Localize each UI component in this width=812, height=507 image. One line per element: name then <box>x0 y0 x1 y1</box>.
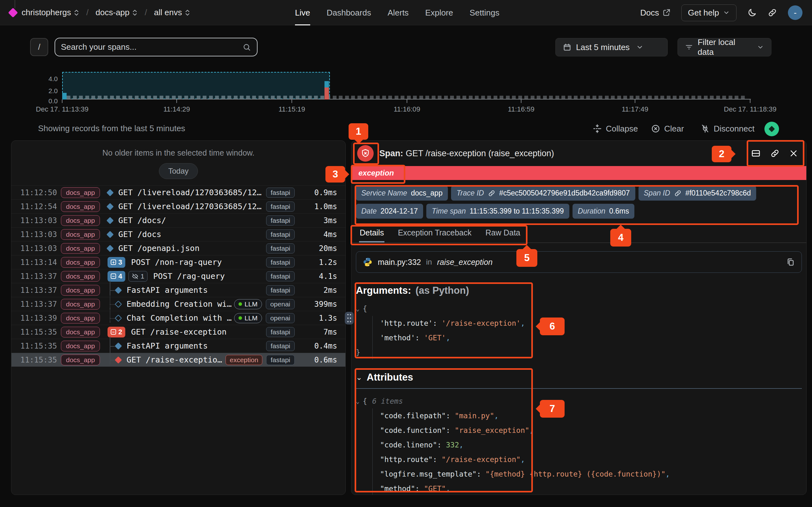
hidden-spans-badge[interactable]: 1 <box>129 271 148 282</box>
filter-icon <box>685 43 693 52</box>
span-name[interactable]: POST /rag-query <box>153 272 266 281</box>
copy-link-icon[interactable] <box>770 149 780 158</box>
span-row[interactable]: 11:13:37 docs_app −4 1 POST /rag-query f… <box>11 269 345 283</box>
span-row[interactable]: 11:13:37 docs_app Embedding Creation wit… <box>11 297 345 311</box>
docs-link[interactable]: Docs <box>640 8 670 18</box>
tab-explore[interactable]: Explore <box>425 0 453 25</box>
trace-id-chip[interactable]: Trace ID#c5ec5005042796e91d5db42ca9fd980… <box>451 186 635 201</box>
calendar-icon <box>563 43 571 52</box>
dock-panel-icon[interactable] <box>751 149 761 158</box>
span-name[interactable]: FastAPI arguments <box>126 341 266 350</box>
search-input[interactable] <box>61 42 242 52</box>
service-badge[interactable]: docs_app <box>61 354 100 365</box>
scope-badge: fastapi <box>266 187 295 198</box>
span-row[interactable]: 11:15:35 docs_app FastAPI arguments fast… <box>11 339 345 353</box>
code-key: "logfire.msg_template" <box>380 470 477 478</box>
live-indicator[interactable] <box>764 122 779 136</box>
time-selection-region[interactable] <box>62 72 330 99</box>
span-name[interactable]: Embedding Creation wit… <box>126 299 234 308</box>
get-help-button[interactable]: Get help <box>681 4 737 21</box>
collapse-button[interactable]: Collapse <box>593 122 638 135</box>
span-id-chip[interactable]: Span ID#f0110e542c798c6d <box>639 186 757 201</box>
span-row[interactable]: 11:13:37 docs_app FastAPI arguments fast… <box>11 283 345 297</box>
copy-icon[interactable] <box>786 257 795 267</box>
span-open-diamond-icon <box>115 314 122 322</box>
tab-settings[interactable]: Settings <box>470 0 500 25</box>
service-badge[interactable]: docs_app <box>61 341 100 351</box>
tab-raw-data[interactable]: Raw Data <box>485 225 521 242</box>
service-badge[interactable]: docs_app <box>61 243 100 254</box>
span-row[interactable]: 11:13:03 docs_app GET /docs/ fastapi 3ms <box>11 213 345 227</box>
service-badge[interactable]: docs_app <box>61 229 100 240</box>
span-name[interactable]: GET /livereload/1270363685/1270… <box>118 188 266 197</box>
dark-mode-icon[interactable] <box>747 8 757 17</box>
org-selector[interactable]: christophergs <box>21 8 79 17</box>
span-diamond-icon <box>107 231 114 238</box>
span-name[interactable]: GET /raise-exception <box>131 327 266 337</box>
service-badge[interactable]: docs_app <box>61 187 100 198</box>
service-badge[interactable]: docs_app <box>61 327 100 337</box>
service-badge[interactable]: docs_app <box>61 299 100 309</box>
detail-tabs: Details Exception Traceback Raw Data <box>351 222 806 243</box>
share-link-icon[interactable] <box>768 8 777 17</box>
service-badge[interactable]: docs_app <box>61 285 100 296</box>
span-row[interactable]: 11:13:14 docs_app +3 POST /non-rag-query… <box>11 255 345 269</box>
clear-button[interactable]: Clear <box>651 122 684 135</box>
chip-label: Time span <box>432 207 466 216</box>
span-name[interactable]: GET /openapi.json <box>118 244 266 253</box>
tab-dashboards[interactable]: Dashboards <box>327 0 371 25</box>
span-row[interactable]: 11:12:50 docs_app GET /livereload/127036… <box>11 185 345 199</box>
llm-dot-icon <box>239 316 242 320</box>
close-icon[interactable] <box>789 149 798 158</box>
search-shortcut-key: / <box>30 38 48 56</box>
span-row[interactable]: 11:13:39 docs_app Chat Completion with '… <box>11 311 345 325</box>
timeline-chart[interactable]: 4.0 2.0 0.0 Dec 17. 11:13:3911:14:2911:1… <box>0 70 812 120</box>
service-badge[interactable]: docs_app <box>61 215 100 226</box>
tab-live[interactable]: Live <box>295 0 310 25</box>
span-title-label: Span: <box>379 149 403 158</box>
span-name[interactable]: GET /docs <box>118 230 266 239</box>
project-selector[interactable]: docs-app <box>96 8 138 17</box>
span-row[interactable]: 11:12:54 docs_app GET /livereload/127036… <box>11 199 345 213</box>
expand-children-badge[interactable]: +3 <box>107 257 125 268</box>
avatar[interactable]: - <box>788 5 803 20</box>
tab-exception-traceback[interactable]: Exception Traceback <box>397 225 472 242</box>
collapse-chevron-icon[interactable]: ⌄ <box>356 305 359 312</box>
panel-resize-handle[interactable] <box>345 312 354 325</box>
disconnect-button[interactable]: Disconnect <box>700 122 755 135</box>
filter-local-data-button[interactable]: Filter local data <box>677 38 771 56</box>
collapse-chevron-icon[interactable]: ⌄ <box>356 398 359 405</box>
span-row[interactable]: 11:13:03 docs_app GET /docs fastapi 4ms <box>11 227 345 241</box>
attributes-section: ⌄ Attributes ⌄{6 items "code.filepath": … <box>356 372 802 495</box>
span-name[interactable]: Chat Completion with '… <box>126 314 234 323</box>
span-name[interactable]: FastAPI arguments <box>126 285 266 295</box>
tab-details[interactable]: Details <box>359 225 385 242</box>
span-name[interactable]: GET /livereload/1270363685/1270… <box>118 202 266 211</box>
span-row[interactable]: 11:15:35 docs_app −2 GET /raise-exceptio… <box>11 325 345 339</box>
span-name[interactable]: GET /docs/ <box>118 216 266 225</box>
tab-alerts[interactable]: Alerts <box>388 0 409 25</box>
today-button[interactable]: Today <box>159 163 198 179</box>
llm-label: LLM <box>245 300 258 308</box>
span-detail-header: Span:GET /raise-exception (raise_excepti… <box>351 141 806 166</box>
section-chevron-icon[interactable]: ⌄ <box>356 373 362 382</box>
logfire-logo-icon[interactable] <box>8 8 18 17</box>
service-badge[interactable]: docs_app <box>61 201 100 212</box>
annotation-badge-3: 3 <box>325 166 345 182</box>
span-name[interactable]: GET /raise-exception … <box>126 355 225 364</box>
service-badge[interactable]: docs_app <box>61 271 100 282</box>
span-row[interactable]: 11:13:03 docs_app GET /openapi.json fast… <box>11 241 345 255</box>
arguments-code: ⌄{ 'http.route': '/raise-exception', 'me… <box>356 301 802 360</box>
chart-bar <box>62 93 67 100</box>
time-range-button[interactable]: Last 5 minutes <box>555 38 668 56</box>
service-badge[interactable]: docs_app <box>61 313 100 324</box>
source-file[interactable]: main.py:332 <box>378 258 421 267</box>
env-selector[interactable]: all envs <box>154 8 190 17</box>
chip-value: 0.6ms <box>609 207 629 216</box>
service-badge[interactable]: docs_app <box>61 257 100 268</box>
collapse-children-badge[interactable]: −4 <box>107 271 125 282</box>
collapse-children-badge-error[interactable]: −2 <box>107 327 125 337</box>
y-tick-label: 4.0 <box>38 75 58 83</box>
span-name[interactable]: POST /non-rag-query <box>131 258 266 267</box>
span-row-selected[interactable]: 11:15:35 docs_app GET /raise-exception …… <box>11 353 345 367</box>
